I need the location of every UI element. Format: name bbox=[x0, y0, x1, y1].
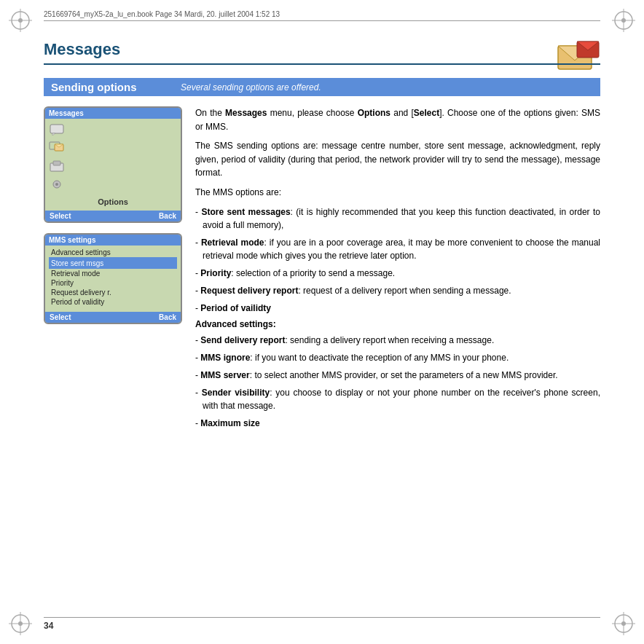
screen1-title: Messages bbox=[45, 108, 181, 119]
right-column: On the Messages menu, please choose Opti… bbox=[195, 106, 600, 434]
screen2-btn-bar: Select Back bbox=[45, 312, 181, 323]
phone-screen-mms: MMS settings Advanced settings Store sen… bbox=[44, 233, 182, 324]
page-footer: 34 bbox=[44, 617, 600, 631]
list-item-store: Store sent messages: (it is highly recom… bbox=[195, 205, 600, 232]
menu-icon-settings bbox=[49, 178, 65, 191]
para2: The SMS sending options are: message cen… bbox=[195, 139, 600, 180]
list-item-retrieval: Retrieval mode: if you are in a poor cov… bbox=[195, 236, 600, 262]
screen2-select-btn[interactable]: Select bbox=[50, 313, 71, 321]
screen1-options-label: Options bbox=[49, 197, 177, 208]
mms-item-period: Period of validity bbox=[49, 297, 177, 307]
corner-mark-br bbox=[609, 609, 638, 638]
list-item-sender-visibility: Sender visibility: you choose to display… bbox=[195, 386, 600, 412]
para1-bold-messages: Messages bbox=[225, 108, 267, 118]
mms-item-store: Store sent msgs bbox=[49, 257, 177, 269]
section-subtitle: Several sending options are offered. bbox=[181, 82, 321, 93]
menu-icon-row-2 bbox=[49, 140, 177, 156]
corner-mark-bl bbox=[6, 609, 35, 638]
list-item-period-validity: Period of vailidty bbox=[195, 302, 600, 315]
para3: The MMS options are: bbox=[195, 186, 600, 200]
svg-rect-20 bbox=[50, 125, 63, 133]
para1-bold-options: Options bbox=[358, 108, 390, 118]
menu-icon-row-1 bbox=[49, 122, 177, 138]
advanced-settings-title: Advanced settings: bbox=[195, 319, 600, 329]
section-title: Sending options bbox=[51, 81, 168, 93]
para1-bold-select: Select bbox=[414, 108, 439, 118]
page-number: 34 bbox=[44, 621, 53, 631]
left-column: Messages bbox=[44, 106, 182, 434]
list-item-max-size: Maximum size bbox=[195, 417, 600, 430]
menu-icon-row-4 bbox=[49, 176, 177, 192]
list-item-send-delivery: Send delivery report: sending a delivery… bbox=[195, 334, 600, 347]
menu-icon-sms bbox=[49, 123, 65, 136]
list-item-priority: Priority: selection of a priority to sen… bbox=[195, 267, 600, 280]
top-bar: 251669764_myX5-2a_lu_en.book Page 34 Mar… bbox=[44, 10, 600, 21]
section-header: Sending options Several sending options … bbox=[44, 78, 600, 96]
svg-point-28 bbox=[55, 183, 58, 186]
scroll-indicator bbox=[169, 258, 175, 268]
screen2-back-btn[interactable]: Back bbox=[159, 313, 176, 321]
para1: On the Messages menu, please choose Opti… bbox=[195, 106, 600, 133]
screen1-body: Options bbox=[45, 119, 181, 211]
book-info: 251669764_myX5-2a_lu_en.book Page 34 Mar… bbox=[44, 10, 280, 18]
menu-icon-mms bbox=[49, 141, 65, 154]
page-title: Messages bbox=[44, 40, 600, 65]
menu-icon-row-3 bbox=[49, 158, 177, 174]
main-content: Messages Sending options Several sending… bbox=[44, 40, 600, 604]
screen1-back-btn[interactable]: Back bbox=[159, 212, 176, 220]
corner-mark-tl bbox=[6, 6, 35, 35]
svg-marker-21 bbox=[52, 133, 55, 136]
svg-point-7 bbox=[621, 18, 626, 23]
mms-item-advanced: Advanced settings bbox=[49, 248, 177, 257]
svg-point-11 bbox=[18, 621, 23, 626]
mms-item-retrieval: Retrieval mode bbox=[49, 269, 177, 278]
svg-rect-26 bbox=[53, 161, 60, 165]
list-item-mms-ignore: MMS ignore: if you want to deactivate th… bbox=[195, 351, 600, 364]
mms-item-priority: Priority bbox=[49, 278, 177, 288]
list-item-mms-server: MMS server: to select another MMS provid… bbox=[195, 369, 600, 382]
corner-mark-tr bbox=[609, 6, 638, 35]
list-item-delivery-report: Request delivery report: request of a de… bbox=[195, 284, 600, 297]
mms-item-delivery: Request delivery r. bbox=[49, 288, 177, 297]
screen1-select-btn[interactable]: Select bbox=[50, 212, 71, 220]
svg-point-3 bbox=[18, 18, 23, 23]
screen2-title: MMS settings bbox=[45, 235, 181, 246]
two-col-layout: Messages bbox=[44, 106, 600, 434]
phone-screen-messages: Messages bbox=[44, 106, 182, 223]
screen1-btn-bar: Select Back bbox=[45, 211, 181, 221]
svg-point-15 bbox=[621, 621, 626, 626]
screen2-body: Advanced settings Store sent msgs Retrie… bbox=[45, 246, 181, 309]
menu-icon-inbox bbox=[49, 160, 65, 173]
